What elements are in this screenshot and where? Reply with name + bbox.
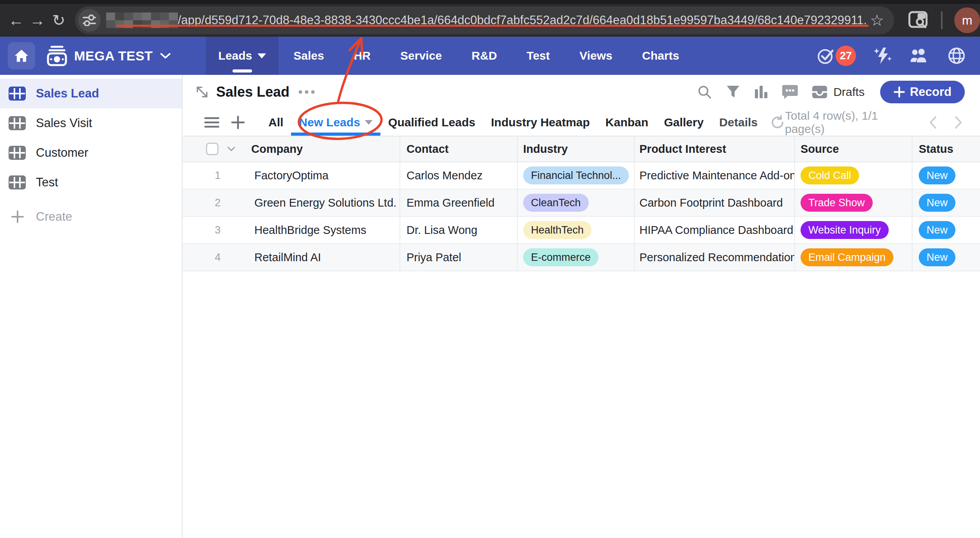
contact-cell[interactable]: Dr. Lisa Wong: [400, 217, 518, 243]
sidebar-item-customer[interactable]: Customer: [0, 138, 182, 168]
nav-tabs: Leads Sales HR Service R&D Test Views Ch…: [206, 37, 694, 75]
search-icon[interactable]: [697, 84, 712, 100]
view-list-menu-icon[interactable]: [204, 117, 219, 128]
nav-tab-views[interactable]: Views: [565, 37, 627, 75]
contact-cell[interactable]: Carlos Mendez: [400, 162, 518, 189]
browser-profile-avatar[interactable]: m: [954, 7, 980, 33]
dropdown-caret-icon: [365, 120, 373, 125]
source-tag[interactable]: Email Campaign: [801, 248, 893, 266]
source-cell[interactable]: Trade Show: [795, 189, 913, 216]
search-tabs-icon[interactable]: [908, 11, 928, 30]
product-value: HIPAA Compliance Dashboard: [639, 224, 793, 237]
view-tab-all[interactable]: All: [261, 109, 291, 136]
product-interest-cell[interactable]: Predictive Maintenance Add-on: [635, 162, 795, 189]
filter-icon[interactable]: [726, 85, 740, 99]
industry-tag[interactable]: E-commerce: [523, 248, 598, 266]
workspace-switcher[interactable]: MEGA TEST: [74, 37, 171, 75]
source-cell[interactable]: Email Campaign: [795, 244, 913, 271]
column-header-status[interactable]: Status: [919, 143, 953, 156]
status-badge[interactable]: New: [919, 221, 955, 239]
industry-cell[interactable]: CleanTech: [518, 189, 635, 216]
address-bar[interactable]: /app/d559d712-70d8-48e3-8838-3430ccc4be1…: [75, 6, 894, 34]
view-tab-kanban[interactable]: Kanban: [598, 109, 656, 136]
chevron-down-icon[interactable]: [227, 146, 236, 152]
view-tab-gallery[interactable]: Gallery: [656, 109, 712, 136]
company-cell[interactable]: 4 RetailMind AI: [183, 244, 400, 271]
view-tab-new-leads[interactable]: New Leads: [291, 109, 380, 136]
source-cell[interactable]: Website Inquiry: [795, 217, 913, 243]
status-badge[interactable]: New: [919, 166, 955, 184]
automation-bolt-icon[interactable]: [873, 46, 893, 65]
nav-tab-charts[interactable]: Charts: [627, 37, 694, 75]
source-tag[interactable]: Cold Call: [801, 166, 859, 184]
company-cell[interactable]: 2 Green Energy Solutions Ltd.: [183, 189, 400, 216]
table-grid-icon: [9, 87, 26, 101]
company-value: RetailMind AI: [254, 251, 321, 264]
refresh-icon[interactable]: [770, 115, 785, 130]
new-record-button[interactable]: Record: [880, 81, 965, 103]
bookmark-star-icon[interactable]: ☆: [870, 11, 884, 29]
nav-tab-service[interactable]: Service: [385, 37, 457, 75]
source-cell[interactable]: Cold Call: [795, 162, 913, 189]
column-header-product-interest[interactable]: Product Interest: [639, 143, 726, 156]
view-tab-details[interactable]: Details: [712, 109, 765, 136]
drafts-button[interactable]: Drafts: [811, 85, 865, 99]
contact-value: Priya Patel: [407, 251, 461, 264]
industry-cell[interactable]: E-commerce: [518, 244, 635, 271]
nav-tab-r-d[interactable]: R&D: [457, 37, 512, 75]
tasks-check-icon[interactable]: 27: [817, 46, 856, 66]
industry-tag[interactable]: CleanTech: [523, 194, 589, 212]
source-tag[interactable]: Website Inquiry: [801, 221, 889, 239]
view-tab-qualified-leads[interactable]: Qualified Leads: [380, 109, 483, 136]
next-page-icon[interactable]: [954, 115, 963, 129]
contact-cell[interactable]: Emma Greenfield: [400, 189, 518, 216]
browser-reload-button[interactable]: ↻: [48, 4, 69, 37]
status-cell[interactable]: New: [913, 162, 980, 189]
comments-icon[interactable]: [782, 84, 798, 100]
status-cell[interactable]: New: [913, 189, 980, 216]
company-cell[interactable]: 3 HealthBridge Systems: [183, 217, 400, 243]
add-view-icon[interactable]: [231, 115, 245, 129]
more-options-icon[interactable]: [298, 90, 315, 94]
status-badge[interactable]: New: [919, 248, 955, 266]
view-tab-industry-heatmap[interactable]: Industry Heatmap: [483, 109, 597, 136]
column-header-source[interactable]: Source: [801, 143, 839, 156]
status-cell[interactable]: New: [913, 244, 980, 271]
select-all-checkbox[interactable]: [206, 143, 218, 155]
workspace-logo-icon[interactable]: [46, 45, 68, 75]
company-value: FactoryOptima: [254, 169, 328, 182]
sidebar-item-sales-lead[interactable]: Sales Lead: [0, 79, 182, 108]
browser-back-button[interactable]: ←: [5, 4, 27, 37]
nav-tab-sales[interactable]: Sales: [279, 37, 339, 75]
globe-icon[interactable]: [947, 46, 966, 65]
browser-chrome: ← → ↻ /app/d559d712-70d8-48e3-8838-3430c…: [0, 0, 980, 37]
create-table-button[interactable]: Create: [0, 202, 182, 232]
expand-diagonal-icon[interactable]: [194, 84, 210, 100]
chart-icon[interactable]: [754, 85, 769, 99]
sidebar-item-test[interactable]: Test: [0, 168, 182, 197]
product-interest-cell[interactable]: Personalized Recommendation En: [635, 244, 795, 271]
product-interest-cell[interactable]: HIPAA Compliance Dashboard: [635, 217, 795, 243]
nav-tab-test[interactable]: Test: [512, 37, 565, 75]
contact-cell[interactable]: Priya Patel: [400, 244, 518, 271]
prev-page-icon[interactable]: [929, 115, 937, 129]
status-badge[interactable]: New: [919, 194, 955, 212]
nav-tab-hr[interactable]: HR: [339, 37, 385, 75]
browser-forward-button[interactable]: →: [27, 4, 48, 37]
product-interest-cell[interactable]: Carbon Footprint Dashboard: [635, 189, 795, 216]
column-header-industry[interactable]: Industry: [523, 143, 568, 156]
company-cell[interactable]: 1 FactoryOptima: [183, 162, 400, 189]
industry-tag[interactable]: HealthTech: [523, 221, 591, 239]
industry-cell[interactable]: HealthTech: [518, 217, 635, 243]
column-header-company[interactable]: Company: [251, 143, 303, 156]
home-button[interactable]: [8, 42, 35, 69]
industry-tag[interactable]: Financial Technol...: [523, 166, 629, 184]
column-header-contact[interactable]: Contact: [407, 143, 449, 156]
source-tag[interactable]: Trade Show: [801, 194, 873, 212]
site-settings-icon[interactable]: [78, 9, 101, 32]
industry-cell[interactable]: Financial Technol...: [518, 162, 635, 189]
status-cell[interactable]: New: [913, 217, 980, 243]
nav-tab-leads[interactable]: Leads: [206, 37, 279, 75]
members-icon[interactable]: [910, 48, 930, 64]
sidebar-item-sales-visit[interactable]: Sales Visit: [0, 108, 182, 138]
